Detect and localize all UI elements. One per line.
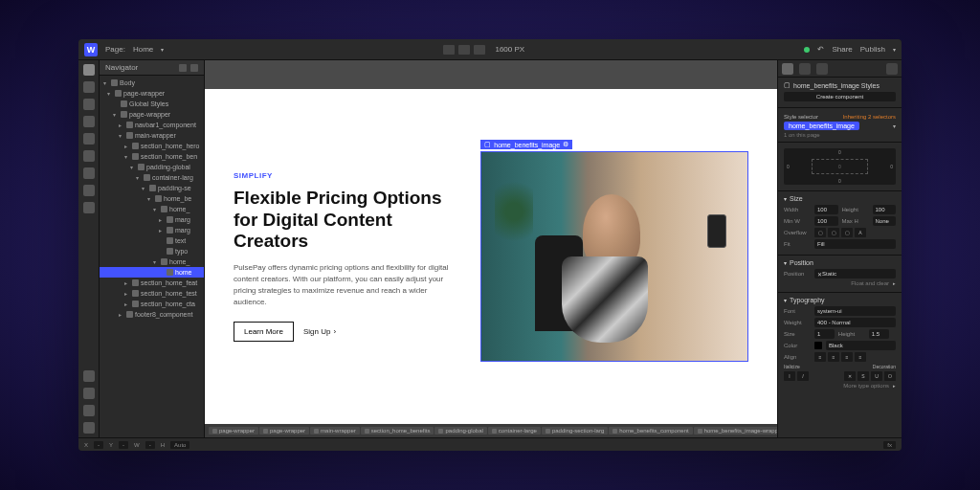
element-tree[interactable]: ▾Body▾page-wrapperGlobal Styles▾page-wra… <box>100 76 204 437</box>
y-field[interactable]: - <box>119 441 128 449</box>
heading-text[interactable]: Flexible Pricing Options for Digital Con… <box>234 188 461 253</box>
margin-right[interactable]: 0 <box>890 164 893 169</box>
minw-field[interactable]: 100 <box>814 216 838 226</box>
breadcrumb-item[interactable]: main-wrapper <box>310 427 360 434</box>
selected-image[interactable] <box>480 151 748 362</box>
color-swatch[interactable] <box>814 342 822 349</box>
spacing-control[interactable]: 0 0 0 0 0 <box>784 148 896 185</box>
deco-underline-icon[interactable]: U <box>871 371 882 381</box>
interactions-tab-icon[interactable] <box>816 63 828 75</box>
breadcrumb-bar[interactable]: page-wrapperpage-wrappermain-wrappersect… <box>205 424 777 437</box>
inheriting-text[interactable]: Inheriting 2 selectors <box>843 114 896 120</box>
size-field[interactable]: 1 <box>814 329 835 339</box>
breadcrumb-item[interactable]: padding-global <box>434 427 486 434</box>
tree-item[interactable]: Global Styles <box>100 99 204 109</box>
settings-icon[interactable] <box>83 422 95 434</box>
align-right-icon[interactable]: ≡ <box>841 352 853 362</box>
class-badge[interactable]: home_benefits_image <box>784 122 859 130</box>
font-field[interactable]: system-ui <box>814 306 896 316</box>
overflow-auto-icon[interactable]: A <box>855 228 866 237</box>
breadcrumb-item[interactable]: padding-section-larg <box>542 427 608 434</box>
tree-item[interactable]: ▾section_home_ben <box>100 151 204 162</box>
more-type-link[interactable]: More type options <box>843 383 889 389</box>
tree-item[interactable]: ▾padding-se <box>100 183 204 193</box>
cms-icon[interactable] <box>83 133 95 145</box>
tree-item[interactable]: ▾main-wrapper <box>100 130 204 141</box>
share-button[interactable]: Share <box>832 45 852 54</box>
deco-none-icon[interactable]: ✕ <box>844 371 856 381</box>
tree-item[interactable]: ▾page-wrapper <box>100 109 204 120</box>
tree-item[interactable]: ▾padding-global <box>100 162 204 172</box>
tree-item[interactable]: typo <box>100 246 204 256</box>
add-element-icon[interactable] <box>83 64 95 76</box>
logic-icon[interactable] <box>83 202 95 213</box>
components-icon[interactable] <box>83 116 95 127</box>
overflow-scroll-icon[interactable]: ▢ <box>841 228 853 237</box>
selection-label[interactable]: ▢ home_benefits_image ⚙ <box>480 140 572 149</box>
margin-bottom[interactable]: 0 <box>838 178 841 184</box>
width-field[interactable]: 100 <box>814 205 838 214</box>
chevron-down-icon[interactable]: ▾ <box>893 122 896 129</box>
align-center-icon[interactable]: ≡ <box>828 352 839 362</box>
breadcrumb-item[interactable]: home_benefits_component <box>609 427 692 434</box>
italic-off-icon[interactable]: I <box>784 371 795 381</box>
more-tab-icon[interactable] <box>886 63 898 75</box>
breakpoint-mobile-icon[interactable] <box>474 45 485 55</box>
tree-item[interactable]: ▾home_ <box>100 204 204 214</box>
breakpoint-desktop-icon[interactable] <box>443 45 455 55</box>
tree-item[interactable]: ▸marg <box>100 225 204 235</box>
tree-item[interactable]: ▸section_home_hero <box>100 141 204 151</box>
tree-item[interactable]: ▾home_ <box>100 256 204 267</box>
pages-icon[interactable] <box>83 81 95 93</box>
tree-item[interactable]: ▾container-larg <box>100 172 204 183</box>
close-icon[interactable] <box>190 64 198 72</box>
tree-item[interactable]: ▸section_home_test <box>100 288 204 299</box>
italic-on-icon[interactable]: I <box>797 371 809 381</box>
assets-icon[interactable] <box>83 150 95 162</box>
margin-left[interactable]: 0 <box>787 164 790 169</box>
x-field[interactable]: - <box>94 441 103 449</box>
w-field[interactable]: - <box>145 441 155 449</box>
undo-icon[interactable]: ↶ <box>817 45 824 54</box>
create-component-button[interactable]: Create component <box>784 92 896 101</box>
deco-overline-icon[interactable]: O <box>884 371 896 381</box>
eyebrow-text[interactable]: SIMPLIFY <box>234 171 461 180</box>
tree-item[interactable]: ▾home_be <box>100 193 204 204</box>
breadcrumb-item[interactable]: container-large <box>488 427 541 434</box>
help-icon[interactable] <box>83 370 95 382</box>
align-justify-icon[interactable]: ≡ <box>855 352 866 362</box>
position-field[interactable]: ✕ Static <box>814 269 896 278</box>
overflow-visible-icon[interactable]: ▢ <box>814 228 826 237</box>
image-wrapper[interactable]: ▢ home_benefits_image ⚙ <box>480 151 748 362</box>
ecommerce-icon[interactable] <box>83 167 95 179</box>
publish-button[interactable]: Publish <box>860 45 885 54</box>
lineheight-field[interactable]: 1.5 <box>869 329 889 339</box>
gear-icon[interactable]: ⚙ <box>563 141 568 148</box>
fx-field[interactable]: fx <box>883 441 896 449</box>
style-tab-icon[interactable] <box>782 63 793 75</box>
audit-icon[interactable] <box>83 405 95 416</box>
page-name[interactable]: Home <box>133 45 153 54</box>
pin-icon[interactable] <box>179 64 187 72</box>
body-text[interactable]: PulsePay offers dynamic pricing options … <box>234 262 461 308</box>
weight-field[interactable]: 400 - Normal <box>814 318 896 327</box>
align-left-icon[interactable]: ≡ <box>814 352 826 362</box>
tree-item[interactable]: ▸section_home_cta <box>100 299 204 309</box>
canvas-width[interactable]: 1600 PX <box>495 45 524 54</box>
margin-top[interactable]: 0 <box>838 149 841 155</box>
page-canvas[interactable]: SIMPLIFY Flexible Pricing Options for Di… <box>205 89 777 424</box>
breakpoint-tablet-icon[interactable] <box>458 45 470 55</box>
padding-value[interactable]: 0 <box>838 164 841 169</box>
breadcrumb-item[interactable]: page-wrapper <box>259 427 309 434</box>
overflow-hidden-icon[interactable]: ▢ <box>828 228 839 237</box>
learn-more-button[interactable]: Learn More <box>234 322 294 342</box>
webflow-logo[interactable]: W <box>84 43 98 56</box>
tree-item[interactable]: ▾Body <box>100 78 204 88</box>
navigator-icon[interactable] <box>83 99 95 110</box>
tree-item[interactable]: ▾page-wrapper <box>100 88 204 99</box>
settings-tab-icon[interactable] <box>799 63 811 75</box>
chevron-down-icon[interactable]: ▾ <box>893 46 896 53</box>
tree-item[interactable]: ▸marg <box>100 214 204 225</box>
tree-item[interactable]: home <box>100 267 204 278</box>
tree-item[interactable]: ▸footer8_component <box>100 309 204 320</box>
